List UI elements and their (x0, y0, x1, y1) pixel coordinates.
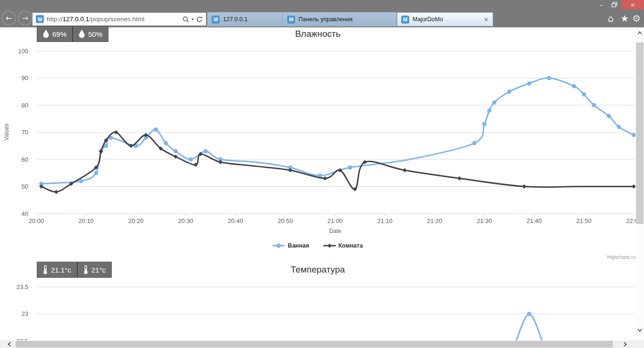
refresh-icon[interactable] (196, 16, 203, 23)
back-icon: ← (6, 14, 12, 23)
tab-close-icon[interactable]: × (483, 16, 489, 23)
search-caret-icon[interactable]: ▾ (191, 17, 194, 22)
tab-majordomo[interactable]: M MajorDoMo × (397, 12, 493, 26)
tab-favicon: M (287, 16, 295, 24)
chart-legend: Ванная Комната (0, 242, 636, 249)
temperature-chart-svg[interactable]: 23.52322.5 (0, 261, 644, 348)
restore-icon (611, 2, 618, 8)
svg-text:20:20: 20:20 (128, 217, 144, 224)
restore-button[interactable] (608, 0, 620, 9)
back-button[interactable]: ← (1, 11, 16, 25)
svg-text:60: 60 (22, 156, 28, 163)
svg-text:20:50: 20:50 (278, 217, 293, 224)
close-window-button[interactable]: × (621, 0, 644, 9)
legend-label: Ванная (288, 242, 309, 249)
svg-text:21:00: 21:00 (327, 217, 343, 224)
address-bar[interactable]: M http://127.0.0.1/popup/scenes.html ▾ (32, 12, 206, 26)
vertical-scrollbar[interactable] (636, 27, 644, 340)
legend-item-room[interactable]: Комната (323, 242, 363, 249)
settings-gear-icon[interactable]: ⚙ (632, 13, 641, 24)
vertical-scrollbar-thumb[interactable] (636, 42, 644, 224)
svg-text:100: 100 (18, 48, 28, 55)
svg-text:20:40: 20:40 (228, 217, 243, 224)
svg-text:23.5: 23.5 (17, 283, 28, 290)
minimize-icon: – (600, 1, 603, 8)
url-host: 127.0.0.1 (63, 16, 89, 23)
svg-text:21:50: 21:50 (576, 217, 592, 224)
svg-text:50: 50 (22, 183, 28, 190)
browser-chrome: – × ← → M http://127.0.0.1/popup/scenes.… (0, 0, 644, 27)
minimize-button[interactable]: – (594, 0, 608, 9)
svg-text:Values: Values (3, 124, 10, 141)
humidity-chart-svg[interactable]: 10090807060504020:0020:1020:2020:3020:40… (0, 27, 644, 240)
horizontal-scrollbar[interactable] (0, 340, 636, 348)
svg-text:70: 70 (22, 129, 28, 136)
tab-title: Панель управления (298, 16, 353, 23)
svg-text:21:30: 21:30 (477, 217, 492, 224)
scroll-up-icon[interactable] (637, 31, 642, 35)
svg-text:40: 40 (22, 210, 28, 217)
tab-control-panel[interactable]: M Панель управления (283, 12, 397, 26)
svg-text:90: 90 (22, 75, 28, 82)
svg-text:21:20: 21:20 (427, 217, 443, 224)
svg-text:20:10: 20:10 (78, 217, 94, 224)
svg-text:23: 23 (22, 310, 28, 317)
close-icon: × (630, 1, 636, 8)
url-prefix: http:// (47, 16, 63, 23)
svg-text:Date: Date (329, 228, 341, 234)
scroll-right-icon[interactable] (623, 342, 627, 347)
search-icon[interactable] (182, 16, 189, 23)
legend-label: Комната (339, 242, 363, 249)
svg-text:80: 80 (22, 102, 28, 109)
scroll-down-icon[interactable] (637, 328, 642, 332)
svg-text:21:40: 21:40 (527, 217, 542, 224)
forward-icon: → (22, 14, 28, 23)
favorites-star-icon[interactable]: ★ (620, 13, 629, 24)
horizontal-scrollbar-thumb[interactable] (16, 341, 613, 348)
url-path: /popup/scenes.html (89, 16, 144, 23)
scroll-left-icon[interactable] (8, 342, 11, 347)
svg-text:20:30: 20:30 (178, 217, 194, 224)
tab-favicon: M (212, 16, 220, 24)
url-text: http://127.0.0.1/popup/scenes.html (47, 16, 180, 23)
tab-title: 127.0.0.1 (223, 16, 248, 23)
site-favicon: M (36, 15, 44, 23)
forward-button[interactable]: → (18, 11, 33, 25)
tab-127001[interactable]: M 127.0.0.1 (207, 12, 283, 26)
home-icon[interactable]: ⌂ (608, 13, 614, 24)
scrollbar-corner (636, 340, 644, 348)
legend-marker-diamond (323, 243, 336, 249)
tab-title: MajorDoMo (413, 16, 443, 23)
legend-item-bathroom[interactable]: Ванная (272, 242, 309, 249)
svg-text:21:10: 21:10 (377, 217, 393, 224)
address-bar-icons: ▾ (182, 16, 203, 23)
svg-text:20:00: 20:00 (29, 217, 44, 224)
tab-favicon: M (401, 16, 409, 24)
legend-marker-circle (272, 243, 285, 249)
